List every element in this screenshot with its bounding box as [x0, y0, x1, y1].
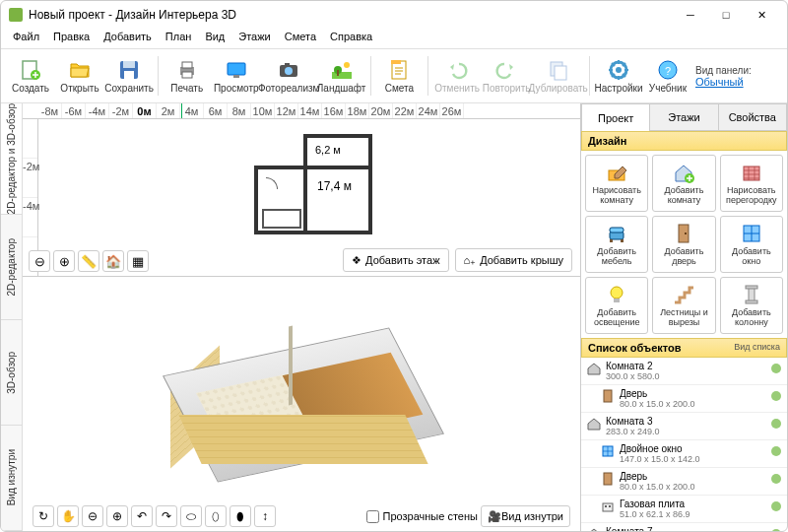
svg-rect-12: [285, 63, 290, 66]
view-mode-link[interactable]: Вид списка: [734, 342, 780, 354]
redo-button: Повторить: [483, 51, 530, 100]
rtab-Этажи[interactable]: Этажи: [650, 103, 718, 131]
menu-Смета[interactable]: Смета: [279, 29, 322, 48]
3d-tool-1[interactable]: ✋: [57, 505, 79, 527]
visibility-icon[interactable]: [771, 419, 781, 429]
add-window-button[interactable]: Добавить окно: [720, 216, 783, 273]
window-icon: [601, 444, 615, 458]
vtab-0[interactable]: 2D-редактор и 3D-обзор: [1, 103, 22, 215]
inside-view-button[interactable]: 🎥 Вид изнутри: [481, 505, 570, 527]
object-row[interactable]: Двойное окно147.0 x 15.0 x 142.0: [581, 440, 787, 468]
transparent-walls-checkbox[interactable]: Прозрачные стены: [366, 510, 478, 523]
visibility-icon[interactable]: [771, 391, 781, 401]
2d-tool-0[interactable]: ⊖: [29, 250, 50, 272]
3d-tool-7[interactable]: ⬯: [205, 505, 227, 527]
3d-viewport[interactable]: ↻✋⊖⊕↶↷⬭⬯⬮↕ Прозрачные стены 🎥 Вид изнутр…: [23, 277, 580, 531]
floorplan[interactable]: 6,2 м 17,4 м: [254, 134, 372, 242]
object-row[interactable]: Газовая плита51.0 x 62.1 x 86.9: [581, 496, 787, 523]
3d-tool-6[interactable]: ⬭: [180, 505, 202, 527]
svg-rect-40: [604, 390, 612, 402]
stairs-button[interactable]: Лестницы и вырезы: [652, 277, 715, 334]
settings-button[interactable]: Настройки: [595, 51, 642, 100]
save-button[interactable]: Сохранить: [105, 51, 153, 100]
add-furniture-button[interactable]: Добавить мебель: [585, 216, 648, 273]
visibility-icon[interactable]: [771, 474, 781, 484]
2d-tool-3[interactable]: 🏠: [102, 250, 124, 272]
draw-room-icon: [605, 161, 628, 184]
photo-button[interactable]: Фотореализм: [262, 51, 316, 100]
minimize-button[interactable]: ─: [673, 2, 708, 28]
add-door-button[interactable]: Добавить дверь: [652, 216, 715, 273]
vtab-3[interactable]: Вид изнутри: [1, 426, 22, 531]
design-grid: Нарисовать комнатуДобавить комнатуНарисо…: [581, 151, 787, 338]
2d-viewport[interactable]: -2м-4м 6,2 м 17,4 м ⊖⊕📏🏠▦ ❖Добавить этаж…: [23, 119, 580, 277]
svg-rect-32: [679, 225, 689, 242]
object-row[interactable]: Дверь80.0 x 15.0 x 200.0: [581, 468, 787, 496]
maximize-button[interactable]: □: [708, 2, 744, 28]
svg-rect-36: [614, 299, 620, 302]
object-row[interactable]: Комната 7: [581, 523, 787, 531]
3d-tool-3[interactable]: ⊕: [106, 505, 128, 527]
add-column-icon: [740, 283, 763, 306]
add-room-icon: [672, 161, 695, 184]
vtab-2[interactable]: 3D-обзор: [1, 320, 22, 426]
titlebar: Новый проект - Дизайн Интерьера 3D ─ □ ✕: [1, 1, 787, 29]
menu-Файл[interactable]: Файл: [7, 29, 45, 48]
add-furniture-icon: [605, 222, 628, 245]
menu-Добавить[interactable]: Добавить: [98, 29, 158, 48]
svg-rect-7: [182, 72, 192, 78]
add-column-button[interactable]: Добавить колонну: [720, 277, 783, 334]
view-icon: [225, 58, 248, 82]
menu-Правка[interactable]: Правка: [47, 29, 96, 48]
undo-button: Отменить: [433, 51, 481, 100]
add-roof-button[interactable]: ⌂₊Добавить крышу: [455, 248, 573, 272]
add-light-button[interactable]: Добавить освещение: [585, 277, 648, 334]
window-title: Новый проект - Дизайн Интерьера 3D: [29, 8, 673, 22]
svg-rect-6: [182, 62, 192, 68]
door-icon: [601, 472, 615, 486]
3d-tool-9[interactable]: ↕: [254, 505, 276, 527]
object-row[interactable]: Комната 3283.0 x 249.0: [581, 413, 787, 440]
visibility-icon[interactable]: [771, 364, 781, 373]
3d-tool-0[interactable]: ↻: [33, 505, 54, 527]
open-button[interactable]: Открыть: [56, 51, 103, 100]
3d-tool-2[interactable]: ⊖: [82, 505, 103, 527]
rtab-Проект[interactable]: Проект: [581, 103, 650, 131]
2d-tool-2[interactable]: 📏: [78, 250, 99, 272]
draw-partition-icon: [740, 161, 763, 184]
estimate-button[interactable]: Смета: [375, 51, 423, 100]
menu-План[interactable]: План: [160, 29, 198, 48]
add-floor-button[interactable]: ❖Добавить этаж: [343, 248, 448, 272]
close-button[interactable]: ✕: [744, 2, 779, 28]
svg-rect-31: [621, 239, 624, 242]
svg-point-22: [616, 67, 622, 73]
rtab-Свойства[interactable]: Свойства: [719, 103, 787, 131]
vtab-1[interactable]: 2D-редактор: [1, 215, 22, 320]
menu-Справка[interactable]: Справка: [324, 29, 378, 48]
landscape-icon: [330, 58, 354, 82]
svg-rect-29: [610, 228, 624, 233]
2d-tool-4[interactable]: ▦: [127, 250, 149, 272]
draw-room-button[interactable]: Нарисовать комнату: [585, 155, 648, 212]
3d-tool-8[interactable]: ⬮: [230, 505, 251, 527]
view-panel-link[interactable]: Обычный: [695, 76, 744, 88]
add-room-button[interactable]: Добавить комнату: [652, 155, 715, 212]
visibility-icon[interactable]: [771, 446, 781, 456]
help-button[interactable]: ?Учебник: [644, 51, 691, 100]
3d-tool-4[interactable]: ↶: [131, 505, 153, 527]
2d-tool-1[interactable]: ⊕: [53, 250, 75, 272]
object-row[interactable]: Дверь80.0 x 15.0 x 200.0: [581, 385, 787, 413]
object-row[interactable]: Комната 2300.0 x 580.0: [581, 358, 787, 385]
print-button[interactable]: Печать: [164, 51, 211, 100]
draw-partition-button[interactable]: Нарисовать перегородку: [720, 155, 783, 212]
menu-Этажи[interactable]: Этажи: [232, 29, 276, 48]
menu-Вид[interactable]: Вид: [199, 29, 230, 48]
landscape-button[interactable]: Ландшафт: [318, 51, 365, 100]
create-button[interactable]: Создать: [7, 51, 54, 100]
svg-point-16: [344, 62, 350, 68]
3d-tool-5[interactable]: ↷: [156, 505, 177, 527]
visibility-icon[interactable]: [771, 501, 781, 511]
add-door-icon: [672, 222, 695, 245]
create-icon: [19, 58, 42, 82]
view-button[interactable]: Просмотр: [213, 51, 260, 100]
